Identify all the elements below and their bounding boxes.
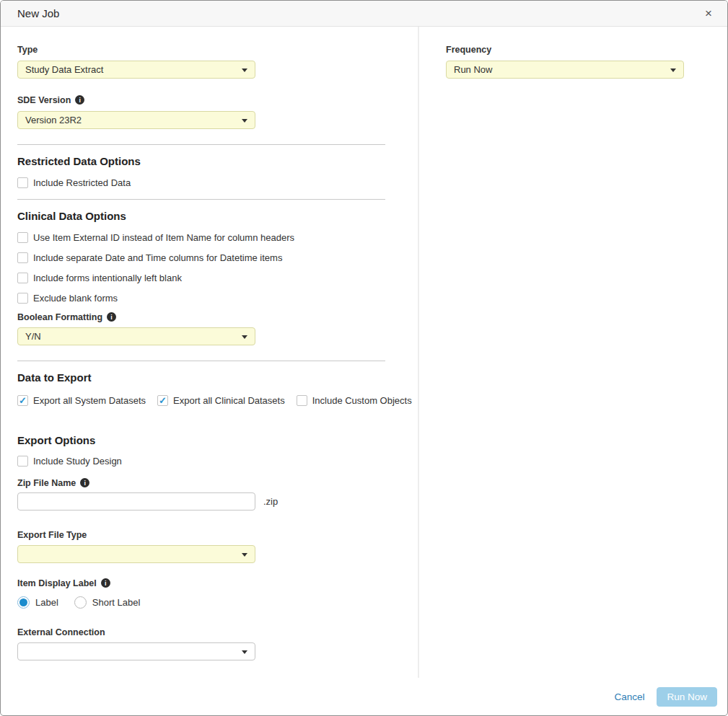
data-to-export-checkboxes: Export all System Datasets Export all Cl… (17, 394, 418, 406)
item-display-label-label-text: Item Display Label (17, 578, 97, 588)
dialog-body: Type Study Data Extract SDE Version i Ve… (1, 27, 727, 678)
item-display-label-label: Item Display Label i (17, 578, 418, 588)
frequency-select[interactable]: Run Now (446, 61, 684, 79)
sde-version-label: SDE Version i (17, 94, 418, 105)
exclude-blank-forms-checkbox-row[interactable]: Exclude blank forms (17, 292, 418, 304)
left-column: Type Study Data Extract SDE Version i Ve… (1, 27, 419, 678)
radio-label: Short Label (92, 597, 141, 608)
type-select[interactable]: Study Data Extract (17, 61, 255, 79)
sde-version-select[interactable]: Version 23R2 (17, 111, 255, 129)
zip-file-name-label: Zip File Name i (17, 477, 418, 488)
chevron-down-icon (242, 335, 247, 339)
data-to-export-heading: Data to Export (17, 371, 418, 383)
include-blank-forms-checkbox[interactable] (17, 273, 28, 283)
section-divider (17, 199, 385, 200)
zip-file-name-row: .zip (17, 488, 418, 511)
zip-file-name-input[interactable] (17, 492, 255, 511)
export-options-heading: Export Options (17, 434, 418, 446)
include-study-design-checkbox-row[interactable]: Include Study Design (17, 455, 418, 467)
export-all-system-datasets-checkbox[interactable] (17, 395, 28, 406)
zip-suffix-label: .zip (263, 496, 278, 507)
checkbox-label: Include Custom Objects (312, 395, 412, 406)
chevron-down-icon (242, 68, 247, 72)
chevron-down-icon (242, 119, 247, 123)
label-radio[interactable] (17, 596, 30, 609)
export-all-clinical-datasets-checkbox[interactable] (157, 395, 168, 406)
export-file-type-label-text: Export File Type (17, 530, 87, 540)
sde-version-select-value: Version 23R2 (25, 115, 82, 125)
type-label: Type (17, 44, 418, 55)
chevron-down-icon (242, 553, 247, 557)
radio-label: Label (35, 597, 58, 608)
checkbox-label: Include Study Design (33, 456, 122, 467)
include-study-design-checkbox[interactable] (17, 456, 28, 467)
clinical-data-options-heading: Clinical Data Options (17, 210, 418, 221)
dialog-titlebar: New Job × (1, 1, 727, 27)
external-connection-label-text: External Connection (17, 627, 105, 637)
external-connection-select[interactable] (17, 642, 255, 660)
exclude-blank-forms-checkbox[interactable] (17, 293, 28, 304)
dialog-title: New Job (17, 7, 59, 19)
checkbox-label: Export all Clinical Datasets (173, 395, 285, 406)
export-file-type-label: Export File Type (17, 529, 418, 540)
run-now-button[interactable]: Run Now (657, 687, 717, 707)
zip-file-name-label-text: Zip File Name (17, 478, 76, 488)
close-icon[interactable]: × (702, 6, 715, 21)
type-label-text: Type (17, 45, 38, 55)
export-all-system-datasets-checkbox-row[interactable]: Export all System Datasets (17, 394, 146, 406)
chevron-down-icon (242, 650, 247, 654)
chevron-down-icon (670, 68, 676, 72)
boolean-formatting-select[interactable]: Y/N (17, 327, 255, 345)
boolean-formatting-select-value: Y/N (25, 331, 41, 342)
info-icon[interactable]: i (101, 578, 110, 588)
dialog-footer: Cancel Run Now (1, 678, 727, 715)
export-all-clinical-datasets-checkbox-row[interactable]: Export all Clinical Datasets (157, 394, 285, 406)
use-item-external-id-checkbox[interactable] (17, 232, 28, 243)
include-restricted-data-checkbox-row[interactable]: Include Restricted Data (17, 177, 418, 188)
checkbox-label: Include forms intentionally left blank (33, 273, 182, 283)
separate-date-time-checkbox-row[interactable]: Include separate Date and Time columns f… (17, 252, 418, 263)
info-icon[interactable]: i (80, 478, 89, 487)
cancel-button[interactable]: Cancel (614, 691, 644, 702)
frequency-select-value: Run Now (454, 64, 492, 75)
restricted-data-options-heading: Restricted Data Options (17, 155, 418, 167)
checkbox-label: Export all System Datasets (33, 395, 146, 406)
short-label-radio[interactable] (74, 596, 87, 609)
use-item-external-id-checkbox-row[interactable]: Use Item External ID instead of Item Nam… (17, 231, 418, 243)
include-custom-objects-checkbox[interactable] (297, 395, 307, 406)
boolean-formatting-label-text: Boolean Formatting (17, 312, 102, 322)
export-file-type-select[interactable] (17, 545, 255, 563)
frequency-label-text: Frequency (446, 45, 491, 55)
label-radio-option[interactable]: Label (17, 596, 58, 609)
boolean-formatting-label: Boolean Formatting i (17, 311, 418, 322)
include-restricted-data-checkbox[interactable] (17, 177, 28, 188)
section-divider (17, 144, 385, 145)
sde-version-label-text: SDE Version (17, 95, 71, 105)
info-icon[interactable]: i (75, 95, 84, 105)
include-blank-forms-checkbox-row[interactable]: Include forms intentionally left blank (17, 272, 418, 283)
info-icon[interactable]: i (107, 312, 116, 322)
include-custom-objects-checkbox-row[interactable]: Include Custom Objects (297, 394, 412, 406)
frequency-label: Frequency (446, 44, 727, 55)
separate-date-time-checkbox[interactable] (17, 252, 28, 263)
item-display-label-radio-group: Label Short Label (17, 596, 418, 609)
checkbox-label: Use Item External ID instead of Item Nam… (33, 232, 294, 243)
type-select-value: Study Data Extract (25, 64, 103, 75)
checkbox-label: Exclude blank forms (33, 293, 118, 304)
checkbox-label: Include separate Date and Time columns f… (33, 252, 282, 263)
right-column: Frequency Run Now (419, 27, 727, 678)
checkbox-label: Include Restricted Data (33, 177, 131, 188)
short-label-radio-option[interactable]: Short Label (74, 596, 141, 609)
new-job-dialog: New Job × Type Study Data Extract SDE Ve… (0, 0, 728, 716)
external-connection-label: External Connection (17, 627, 418, 637)
section-divider (17, 361, 385, 361)
